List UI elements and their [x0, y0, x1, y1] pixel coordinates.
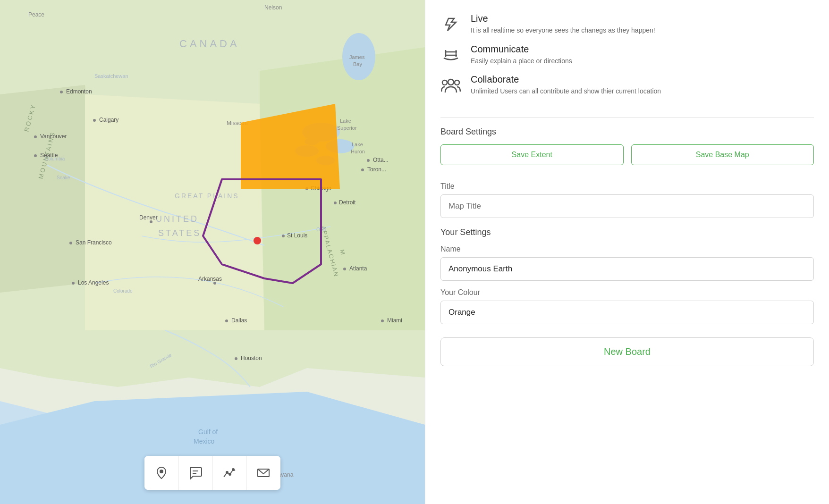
svg-text:Lake: Lake — [340, 118, 351, 124]
live-icon — [440, 14, 461, 35]
pin-tool-button[interactable] — [144, 456, 178, 490]
svg-text:Dallas: Dallas — [231, 317, 247, 324]
svg-point-33 — [282, 235, 285, 237]
title-input[interactable] — [440, 194, 814, 218]
svg-point-81 — [448, 79, 454, 85]
collaborate-text: Collaborate Unlimited Users can all cont… — [471, 74, 661, 96]
svg-text:STATES: STATES — [158, 228, 201, 238]
communicate-description: Easily explain a place or directions — [471, 57, 572, 66]
svg-text:Nelson: Nelson — [264, 4, 282, 11]
communicate-text: Communicate Easily explain a place or di… — [471, 44, 572, 66]
svg-text:James: James — [349, 54, 365, 60]
svg-text:Miami: Miami — [387, 317, 402, 324]
svg-text:Gulf of: Gulf of — [198, 428, 218, 436]
svg-point-21 — [34, 154, 37, 157]
save-base-map-button[interactable]: Save Base Map — [631, 144, 814, 165]
svg-text:Lake: Lake — [352, 142, 363, 147]
svg-text:Otta...: Otta... — [373, 157, 389, 163]
feature-live: Live It is all realtime so everyone sees… — [440, 13, 814, 35]
save-extent-button[interactable]: Save Extent — [440, 144, 624, 165]
svg-point-83 — [455, 80, 459, 85]
chart-tool-button[interactable] — [212, 456, 246, 490]
collaborate-description: Unlimited Users can all contribute and s… — [471, 87, 661, 96]
divider-1 — [440, 117, 814, 118]
svg-text:Denver: Denver — [139, 214, 158, 221]
svg-text:Los Angeles: Los Angeles — [78, 279, 109, 286]
your-settings-section: Your Settings Name Your Colour — [440, 218, 814, 324]
name-input[interactable] — [440, 257, 814, 281]
svg-text:Toron...: Toron... — [367, 166, 386, 173]
svg-text:Peace: Peace — [28, 11, 44, 18]
svg-point-37 — [225, 319, 228, 322]
svg-text:Superior: Superior — [337, 125, 357, 131]
svg-text:Saskatchewan: Saskatchewan — [94, 73, 128, 79]
svg-text:Mexico: Mexico — [194, 437, 215, 445]
board-settings-section: Board Settings Save Extent Save Base Map — [440, 127, 814, 175]
svg-point-47 — [361, 168, 364, 171]
name-label: Name — [440, 245, 814, 253]
svg-text:Calgary: Calgary — [99, 117, 118, 123]
svg-point-69 — [254, 237, 261, 244]
svg-point-43 — [381, 319, 384, 322]
svg-point-75 — [232, 469, 234, 470]
svg-point-45 — [367, 159, 370, 162]
svg-text:Colorado: Colorado — [113, 288, 133, 294]
svg-text:GREAT PLAINS: GREAT PLAINS — [175, 192, 239, 200]
svg-text:Snake: Snake — [57, 175, 70, 180]
svg-text:San Francisco: San Francisco — [76, 239, 112, 246]
svg-point-15 — [60, 91, 63, 93]
svg-text:Detroit: Detroit — [339, 199, 356, 206]
board-settings-row: Save Extent Save Base Map — [440, 144, 814, 165]
svg-text:Edmonton: Edmonton — [66, 88, 92, 95]
title-label: Title — [440, 182, 814, 191]
svg-point-82 — [442, 80, 447, 85]
svg-point-70 — [160, 470, 163, 473]
chat-tool-button[interactable] — [178, 456, 212, 490]
live-text: Live It is all realtime so everyone sees… — [471, 13, 655, 35]
board-settings-title: Board Settings — [440, 127, 814, 137]
communicate-title: Communicate — [471, 44, 572, 55]
svg-point-19 — [34, 135, 37, 138]
svg-point-17 — [93, 119, 96, 122]
mail-tool-button[interactable] — [246, 456, 280, 490]
colour-label: Your Colour — [440, 288, 814, 297]
title-field-container: Title — [440, 175, 814, 218]
svg-text:UNITED: UNITED — [156, 214, 199, 224]
live-description: It is all realtime so everyone sees the … — [471, 26, 655, 35]
svg-text:Bay: Bay — [353, 61, 362, 67]
svg-text:St Louis: St Louis — [287, 232, 307, 239]
svg-text:Huron: Huron — [351, 149, 365, 154]
feature-communicate: Communicate Easily explain a place or di… — [440, 44, 814, 66]
collaborate-title: Collaborate — [471, 74, 661, 85]
svg-point-27 — [72, 282, 75, 285]
svg-text:Arkansas: Arkansas — [198, 276, 222, 282]
svg-text:Vancouver: Vancouver — [40, 133, 67, 140]
svg-point-23 — [69, 242, 72, 244]
communicate-icon — [440, 45, 461, 66]
svg-point-39 — [235, 357, 237, 360]
collaborate-icon — [440, 75, 461, 96]
features-list: Live It is all realtime so everyone sees… — [440, 13, 814, 96]
svg-point-41 — [343, 268, 346, 270]
svg-text:CANADA: CANADA — [179, 38, 240, 50]
svg-text:Atlanta: Atlanta — [349, 265, 367, 272]
svg-point-73 — [226, 471, 228, 473]
svg-point-74 — [229, 473, 231, 475]
svg-point-31 — [334, 202, 337, 204]
your-settings-title: Your Settings — [440, 227, 814, 237]
colour-input[interactable] — [440, 301, 814, 324]
new-board-button[interactable]: New Board — [440, 337, 814, 366]
sidebar: Live It is all realtime so everyone sees… — [425, 0, 829, 504]
map-toolbar — [144, 456, 280, 490]
feature-collaborate: Collaborate Unlimited Users can all cont… — [440, 74, 814, 96]
map-container[interactable]: ROCKY MOUNTAINS APPALACHIAN M CANADA UNI… — [0, 0, 425, 504]
live-title: Live — [471, 13, 655, 24]
svg-text:Columbia: Columbia — [45, 156, 65, 161]
svg-text:Houston: Houston — [241, 355, 262, 361]
